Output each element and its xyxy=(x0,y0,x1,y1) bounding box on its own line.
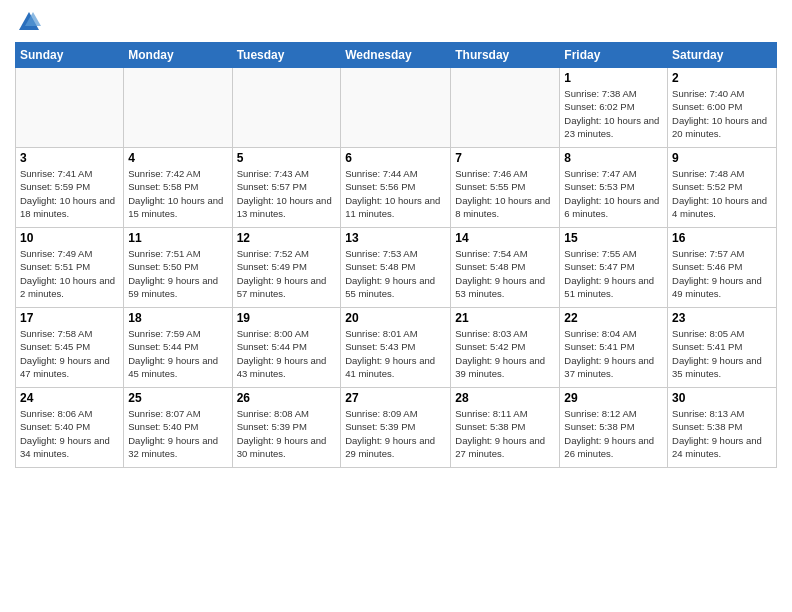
day-cell: 16Sunrise: 7:57 AM Sunset: 5:46 PM Dayli… xyxy=(668,228,777,308)
day-number: 15 xyxy=(564,231,663,245)
day-cell: 5Sunrise: 7:43 AM Sunset: 5:57 PM Daylig… xyxy=(232,148,341,228)
day-info: Sunrise: 7:58 AM Sunset: 5:45 PM Dayligh… xyxy=(20,327,119,380)
day-info: Sunrise: 7:46 AM Sunset: 5:55 PM Dayligh… xyxy=(455,167,555,220)
week-row-4: 17Sunrise: 7:58 AM Sunset: 5:45 PM Dayli… xyxy=(16,308,777,388)
day-cell xyxy=(232,68,341,148)
day-info: Sunrise: 8:12 AM Sunset: 5:38 PM Dayligh… xyxy=(564,407,663,460)
day-info: Sunrise: 7:48 AM Sunset: 5:52 PM Dayligh… xyxy=(672,167,772,220)
day-cell: 3Sunrise: 7:41 AM Sunset: 5:59 PM Daylig… xyxy=(16,148,124,228)
day-info: Sunrise: 7:43 AM Sunset: 5:57 PM Dayligh… xyxy=(237,167,337,220)
day-cell: 21Sunrise: 8:03 AM Sunset: 5:42 PM Dayli… xyxy=(451,308,560,388)
day-cell: 30Sunrise: 8:13 AM Sunset: 5:38 PM Dayli… xyxy=(668,388,777,468)
day-cell: 12Sunrise: 7:52 AM Sunset: 5:49 PM Dayli… xyxy=(232,228,341,308)
day-header-friday: Friday xyxy=(560,43,668,68)
day-number: 26 xyxy=(237,391,337,405)
day-cell: 27Sunrise: 8:09 AM Sunset: 5:39 PM Dayli… xyxy=(341,388,451,468)
day-info: Sunrise: 8:08 AM Sunset: 5:39 PM Dayligh… xyxy=(237,407,337,460)
day-number: 13 xyxy=(345,231,446,245)
day-info: Sunrise: 8:00 AM Sunset: 5:44 PM Dayligh… xyxy=(237,327,337,380)
day-number: 24 xyxy=(20,391,119,405)
day-cell: 26Sunrise: 8:08 AM Sunset: 5:39 PM Dayli… xyxy=(232,388,341,468)
day-cell: 17Sunrise: 7:58 AM Sunset: 5:45 PM Dayli… xyxy=(16,308,124,388)
day-header-monday: Monday xyxy=(124,43,232,68)
header xyxy=(15,10,777,34)
day-info: Sunrise: 7:44 AM Sunset: 5:56 PM Dayligh… xyxy=(345,167,446,220)
day-info: Sunrise: 8:05 AM Sunset: 5:41 PM Dayligh… xyxy=(672,327,772,380)
day-cell xyxy=(341,68,451,148)
day-cell: 13Sunrise: 7:53 AM Sunset: 5:48 PM Dayli… xyxy=(341,228,451,308)
day-number: 11 xyxy=(128,231,227,245)
day-number: 30 xyxy=(672,391,772,405)
day-info: Sunrise: 7:54 AM Sunset: 5:48 PM Dayligh… xyxy=(455,247,555,300)
day-number: 19 xyxy=(237,311,337,325)
day-cell: 7Sunrise: 7:46 AM Sunset: 5:55 PM Daylig… xyxy=(451,148,560,228)
day-number: 23 xyxy=(672,311,772,325)
day-info: Sunrise: 7:49 AM Sunset: 5:51 PM Dayligh… xyxy=(20,247,119,300)
day-number: 7 xyxy=(455,151,555,165)
day-header-sunday: Sunday xyxy=(16,43,124,68)
day-cell: 28Sunrise: 8:11 AM Sunset: 5:38 PM Dayli… xyxy=(451,388,560,468)
week-row-3: 10Sunrise: 7:49 AM Sunset: 5:51 PM Dayli… xyxy=(16,228,777,308)
day-number: 4 xyxy=(128,151,227,165)
day-cell: 8Sunrise: 7:47 AM Sunset: 5:53 PM Daylig… xyxy=(560,148,668,228)
day-number: 12 xyxy=(237,231,337,245)
day-info: Sunrise: 7:40 AM Sunset: 6:00 PM Dayligh… xyxy=(672,87,772,140)
day-cell: 11Sunrise: 7:51 AM Sunset: 5:50 PM Dayli… xyxy=(124,228,232,308)
day-info: Sunrise: 8:03 AM Sunset: 5:42 PM Dayligh… xyxy=(455,327,555,380)
logo xyxy=(15,10,41,34)
day-info: Sunrise: 7:41 AM Sunset: 5:59 PM Dayligh… xyxy=(20,167,119,220)
day-cell: 1Sunrise: 7:38 AM Sunset: 6:02 PM Daylig… xyxy=(560,68,668,148)
week-row-2: 3Sunrise: 7:41 AM Sunset: 5:59 PM Daylig… xyxy=(16,148,777,228)
day-number: 9 xyxy=(672,151,772,165)
day-info: Sunrise: 7:47 AM Sunset: 5:53 PM Dayligh… xyxy=(564,167,663,220)
day-cell xyxy=(124,68,232,148)
day-info: Sunrise: 7:38 AM Sunset: 6:02 PM Dayligh… xyxy=(564,87,663,140)
day-cell: 25Sunrise: 8:07 AM Sunset: 5:40 PM Dayli… xyxy=(124,388,232,468)
day-number: 10 xyxy=(20,231,119,245)
week-row-1: 1Sunrise: 7:38 AM Sunset: 6:02 PM Daylig… xyxy=(16,68,777,148)
day-number: 18 xyxy=(128,311,227,325)
day-cell: 6Sunrise: 7:44 AM Sunset: 5:56 PM Daylig… xyxy=(341,148,451,228)
day-info: Sunrise: 8:13 AM Sunset: 5:38 PM Dayligh… xyxy=(672,407,772,460)
day-number: 25 xyxy=(128,391,227,405)
day-number: 28 xyxy=(455,391,555,405)
day-info: Sunrise: 8:07 AM Sunset: 5:40 PM Dayligh… xyxy=(128,407,227,460)
day-cell: 9Sunrise: 7:48 AM Sunset: 5:52 PM Daylig… xyxy=(668,148,777,228)
day-number: 20 xyxy=(345,311,446,325)
day-cell: 22Sunrise: 8:04 AM Sunset: 5:41 PM Dayli… xyxy=(560,308,668,388)
day-cell: 18Sunrise: 7:59 AM Sunset: 5:44 PM Dayli… xyxy=(124,308,232,388)
day-info: Sunrise: 7:55 AM Sunset: 5:47 PM Dayligh… xyxy=(564,247,663,300)
day-info: Sunrise: 7:51 AM Sunset: 5:50 PM Dayligh… xyxy=(128,247,227,300)
day-number: 1 xyxy=(564,71,663,85)
day-cell xyxy=(451,68,560,148)
calendar-table: SundayMondayTuesdayWednesdayThursdayFrid… xyxy=(15,42,777,468)
day-number: 14 xyxy=(455,231,555,245)
day-cell: 2Sunrise: 7:40 AM Sunset: 6:00 PM Daylig… xyxy=(668,68,777,148)
day-info: Sunrise: 8:06 AM Sunset: 5:40 PM Dayligh… xyxy=(20,407,119,460)
day-header-saturday: Saturday xyxy=(668,43,777,68)
day-number: 6 xyxy=(345,151,446,165)
day-number: 21 xyxy=(455,311,555,325)
day-header-wednesday: Wednesday xyxy=(341,43,451,68)
page-container: SundayMondayTuesdayWednesdayThursdayFrid… xyxy=(0,0,792,478)
day-number: 8 xyxy=(564,151,663,165)
day-number: 29 xyxy=(564,391,663,405)
day-cell: 10Sunrise: 7:49 AM Sunset: 5:51 PM Dayli… xyxy=(16,228,124,308)
day-header-tuesday: Tuesday xyxy=(232,43,341,68)
week-row-5: 24Sunrise: 8:06 AM Sunset: 5:40 PM Dayli… xyxy=(16,388,777,468)
day-cell: 20Sunrise: 8:01 AM Sunset: 5:43 PM Dayli… xyxy=(341,308,451,388)
day-number: 17 xyxy=(20,311,119,325)
day-header-row: SundayMondayTuesdayWednesdayThursdayFrid… xyxy=(16,43,777,68)
day-info: Sunrise: 8:09 AM Sunset: 5:39 PM Dayligh… xyxy=(345,407,446,460)
day-cell: 23Sunrise: 8:05 AM Sunset: 5:41 PM Dayli… xyxy=(668,308,777,388)
day-info: Sunrise: 7:53 AM Sunset: 5:48 PM Dayligh… xyxy=(345,247,446,300)
day-info: Sunrise: 7:57 AM Sunset: 5:46 PM Dayligh… xyxy=(672,247,772,300)
day-info: Sunrise: 8:11 AM Sunset: 5:38 PM Dayligh… xyxy=(455,407,555,460)
day-number: 5 xyxy=(237,151,337,165)
day-cell: 14Sunrise: 7:54 AM Sunset: 5:48 PM Dayli… xyxy=(451,228,560,308)
day-number: 27 xyxy=(345,391,446,405)
day-cell: 4Sunrise: 7:42 AM Sunset: 5:58 PM Daylig… xyxy=(124,148,232,228)
day-info: Sunrise: 7:42 AM Sunset: 5:58 PM Dayligh… xyxy=(128,167,227,220)
day-cell: 29Sunrise: 8:12 AM Sunset: 5:38 PM Dayli… xyxy=(560,388,668,468)
day-header-thursday: Thursday xyxy=(451,43,560,68)
